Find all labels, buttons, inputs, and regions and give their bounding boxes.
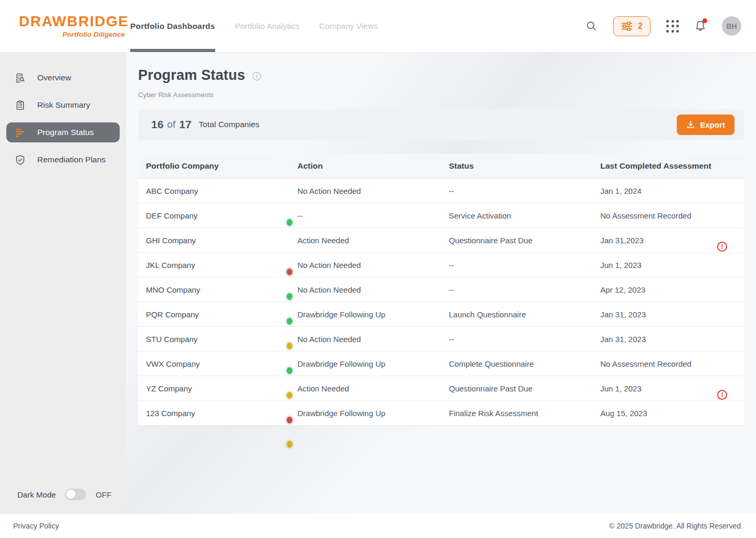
cell-status: Questionnaire Past Due bbox=[441, 384, 593, 393]
alert-warning-icon[interactable]: ! bbox=[717, 390, 727, 400]
table-row[interactable]: ABC Company No Action Needed -- Jan 1, 2… bbox=[138, 179, 744, 203]
cell-portfolio-company: YZ Company bbox=[138, 384, 290, 393]
sidebar-item-program-status[interactable]: Program Status bbox=[6, 122, 120, 142]
sidebar-item-label: Overview bbox=[37, 73, 71, 82]
cell-action: Drawbridge Following Up bbox=[290, 409, 442, 418]
cell-status: Complete Questionnaire bbox=[441, 359, 593, 368]
sidebar-item-remediation-plans[interactable]: Remediation Plans bbox=[6, 150, 120, 170]
cell-status: Finalize Risk Assessment bbox=[441, 409, 593, 418]
status-dot bbox=[287, 293, 292, 300]
tab-company-views[interactable]: Company Views bbox=[319, 0, 378, 52]
filter-button[interactable]: 2 bbox=[613, 16, 650, 36]
sidebar-item-label: Remediation Plans bbox=[37, 155, 106, 164]
brand-logo[interactable]: DRAWBRIDGE Portfolio Diligence bbox=[0, 14, 126, 38]
tab-portfolio-dashboards[interactable]: Portfolio Dashboards bbox=[130, 0, 215, 52]
cell-last-completed: No Assessment Recorded bbox=[593, 359, 744, 368]
table-row[interactable]: DEF Company -- Service Activation No Ass… bbox=[138, 203, 744, 228]
export-button[interactable]: Export bbox=[677, 115, 734, 135]
cell-portfolio-company: STU Company bbox=[138, 335, 290, 344]
notifications-bell-icon[interactable] bbox=[695, 20, 706, 32]
sidebar-item-risk-summary[interactable]: Risk Summary bbox=[6, 95, 120, 115]
cell-portfolio-company: MNO Company bbox=[138, 285, 290, 294]
sidebar-item-label: Program Status bbox=[37, 128, 94, 137]
info-icon[interactable]: i bbox=[253, 72, 261, 80]
col-header-status[interactable]: Status bbox=[441, 161, 593, 171]
cell-status: Questionnaire Past Due bbox=[441, 236, 593, 245]
notification-dot bbox=[702, 18, 707, 23]
status-dot bbox=[287, 268, 292, 275]
avatar-initials: BH bbox=[726, 22, 737, 30]
dark-mode-label: Dark Mode bbox=[17, 490, 56, 499]
table-row[interactable]: JKL Company No Action Needed -- Jun 1, 2… bbox=[138, 253, 744, 277]
cell-last-completed: Jan 31, 2023 bbox=[593, 310, 744, 319]
privacy-policy-link[interactable]: Privacy Policy bbox=[13, 522, 59, 530]
sidebar: Overview Risk Summary Pr bbox=[0, 53, 126, 514]
toggle-knob bbox=[66, 490, 76, 499]
cell-status: -- bbox=[441, 285, 593, 294]
search-icon[interactable] bbox=[585, 20, 597, 32]
cell-portfolio-company: ABC Company bbox=[138, 187, 290, 195]
building-search-icon bbox=[15, 73, 26, 84]
brand-name: DRAWBRIDGE bbox=[19, 14, 129, 29]
sidebar-item-label: Risk Summary bbox=[37, 100, 90, 110]
cell-last-completed: Jan 1, 2024 bbox=[593, 187, 744, 195]
page-subtitle: Cyber Risk Assessments bbox=[138, 91, 744, 99]
status-dot bbox=[287, 318, 292, 325]
cell-status: -- bbox=[441, 335, 593, 344]
bars-chart-icon bbox=[15, 127, 26, 138]
cell-action: No Action Needed bbox=[290, 187, 442, 195]
table-body: ABC Company No Action Needed -- Jan 1, 2… bbox=[138, 179, 744, 426]
table-row[interactable]: STU Company No Action Needed -- Jan 31, … bbox=[138, 327, 744, 351]
table-trailing-area bbox=[138, 426, 744, 457]
cell-status: -- bbox=[441, 261, 593, 270]
cell-action: No Action Needed bbox=[290, 261, 442, 270]
cell-status: -- bbox=[441, 187, 593, 195]
table-row[interactable]: GHI Company Action Needed Questionnaire … bbox=[138, 228, 744, 253]
primary-nav: Portfolio Dashboards Portfolio Analytics… bbox=[130, 0, 378, 52]
col-header-last-completed[interactable]: Last Completed Assessment bbox=[593, 161, 744, 171]
tab-label: Portfolio Dashboards bbox=[130, 22, 215, 31]
cell-portfolio-company: DEF Company bbox=[138, 211, 290, 220]
cell-portfolio-company: GHI Company bbox=[138, 236, 290, 245]
copyright-text: © 2025 Drawbridge. All Rights Reserved. bbox=[609, 522, 743, 530]
cell-portfolio-company: PQR Company bbox=[138, 310, 290, 319]
alert-warning-icon[interactable]: ! bbox=[717, 242, 727, 252]
status-dot bbox=[287, 441, 292, 448]
status-dot bbox=[287, 343, 292, 349]
sidebar-item-overview[interactable]: Overview bbox=[6, 68, 120, 88]
dark-mode-state: OFF bbox=[96, 490, 111, 499]
companies-count: 16 bbox=[151, 118, 163, 131]
companies-total: 17 bbox=[179, 118, 191, 131]
app-window: DRAWBRIDGE Portfolio Diligence Portfolio… bbox=[0, 0, 756, 538]
shield-check-icon bbox=[15, 154, 26, 165]
footer: Privacy Policy © 2025 Drawbridge. All Ri… bbox=[0, 514, 756, 538]
brand-tagline: Portfolio Diligence bbox=[62, 30, 125, 38]
cell-portfolio-company: 123 Company bbox=[138, 409, 290, 418]
filter-sliders-icon bbox=[621, 22, 633, 31]
apps-grid-icon[interactable] bbox=[666, 20, 679, 33]
dark-mode-toggle[interactable] bbox=[65, 489, 86, 500]
cell-status: Launch Questionnaire bbox=[441, 310, 593, 319]
cell-action: Action Needed bbox=[290, 236, 442, 245]
header-actions: 2 BH bbox=[585, 16, 756, 36]
col-header-action[interactable]: Action bbox=[290, 161, 442, 171]
user-avatar[interactable]: BH bbox=[722, 16, 741, 36]
tab-portfolio-analytics[interactable]: Portfolio Analytics bbox=[235, 0, 299, 52]
cell-action: Drawbridge Following Up bbox=[290, 310, 442, 319]
program-status-table: Portfolio Company Action Status Last Com… bbox=[138, 154, 744, 457]
cell-action: Action Needed bbox=[290, 384, 442, 393]
cell-last-completed: No Assessment Recorded bbox=[593, 211, 744, 220]
table-row[interactable]: MNO Company No Action Needed -- Apr 12, … bbox=[138, 277, 744, 302]
table-row[interactable]: 123 Company Drawbridge Following Up Fina… bbox=[138, 401, 744, 426]
status-dot bbox=[287, 417, 292, 423]
cell-action: No Action Needed bbox=[290, 335, 442, 344]
cell-last-completed: Jan 31, 2023 bbox=[593, 335, 744, 344]
table-row[interactable]: PQR Company Drawbridge Following Up Laun… bbox=[138, 302, 744, 327]
table-row[interactable]: YZ Company Action Needed Questionnaire P… bbox=[138, 376, 744, 401]
col-header-portfolio-company[interactable]: Portfolio Company bbox=[138, 161, 290, 171]
summary-bar: 16 of 17 Total Companies Export bbox=[138, 109, 744, 140]
table-row[interactable]: VWX Company Drawbridge Following Up Comp… bbox=[138, 351, 744, 376]
top-header: DRAWBRIDGE Portfolio Diligence Portfolio… bbox=[0, 0, 756, 53]
page-title: Program Status bbox=[138, 67, 245, 84]
cell-portfolio-company: VWX Company bbox=[138, 359, 290, 368]
